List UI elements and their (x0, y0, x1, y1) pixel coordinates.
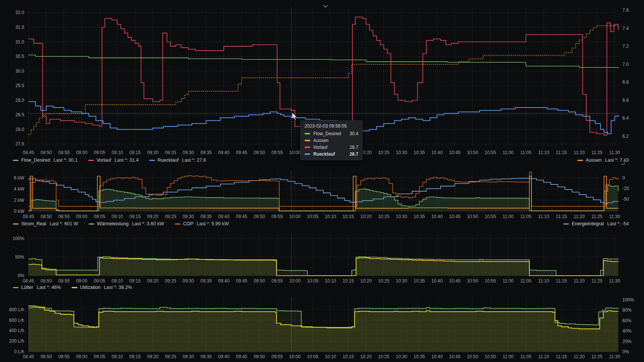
legend-series-value: Last *: 27.8 (182, 158, 206, 163)
legend-series-value: Last *: 601 W (50, 221, 78, 226)
x-axis-tick-label: 09:00 (73, 214, 90, 220)
legend-item-Ruecklauf[interactable]: RuecklaufLast *: 27.8 (149, 158, 206, 163)
x-axis-tick-label: 09:40 (216, 150, 232, 156)
tooltip-series-marker (305, 147, 310, 148)
x-axis-tick-label: 11:30 (606, 150, 623, 156)
legend-series-name: EnergieIntegral (572, 221, 604, 226)
x-axis-tick-label: 08:55 (56, 354, 72, 360)
y-axis-tick-label: 6.4 (622, 115, 644, 121)
y-axis-tick-label: 80% (622, 307, 644, 313)
x-axis-tick-label: 10:55 (482, 354, 499, 360)
x-axis-tick-label: 11:20 (571, 150, 588, 156)
legend-item-Strom_Real[interactable]: Strom_RealLast *: 601 W (13, 221, 78, 226)
series-Vorlauf-line (28, 17, 618, 135)
legend-series-name: Flow_Desired (21, 158, 50, 163)
x-axis-tick-label: 10:15 (340, 278, 356, 284)
x-axis-tick-label: 09:05 (91, 278, 108, 284)
x-axis-tick-label: 10:35 (411, 278, 428, 284)
legend-item-Utilization[interactable]: UtilizationLast *: 38.2% (72, 285, 132, 290)
tooltip-series-value: 28.7 (348, 145, 358, 150)
x-axis-tick-label: 08:50 (38, 150, 55, 156)
x-axis-tick-label: 11:10 (535, 214, 552, 220)
tooltip-series-marker (305, 153, 310, 155)
legend-item-Vorlauf[interactable]: VorlaufLast *: 31.4 (88, 158, 139, 163)
y-axis-tick-label: 100% (622, 297, 644, 303)
x-axis-tick-label: 10:15 (340, 214, 356, 220)
x-axis-tick-label: 11:10 (535, 354, 552, 360)
x-axis-tick-label: 11:05 (517, 354, 534, 360)
y-axis-tick-label: 28.0 (0, 126, 24, 133)
y-axis-tick-label: 7.2 (622, 43, 644, 49)
x-axis-tick-label: 08:45 (20, 150, 37, 156)
y-axis-tick-label: 40% (622, 328, 644, 334)
y-axis-tick-label: 27.5 (0, 141, 24, 147)
x-axis-tick-label: 09:15 (127, 354, 143, 360)
x-axis-tick-label: 09:30 (180, 278, 197, 284)
y-axis-tick-label: 30.5 (0, 53, 24, 59)
x-axis-tick-label: 09:35 (198, 278, 214, 284)
legend-item-EnergieIntegral[interactable]: EnergieIntegralLast *: -54 (563, 221, 629, 226)
y-axis-tick-label: 0 (622, 175, 644, 181)
x-axis-tick-label: 11:20 (571, 354, 588, 360)
grafana-dashboard: 2023-02-03 09:59:05 Flow_Desired30.4Auss… (0, 0, 644, 362)
x-axis-tick-label: 08:55 (56, 150, 72, 156)
x-axis-tick-label: 11:05 (517, 150, 534, 156)
tooltip-series-name: Aussen (313, 138, 344, 143)
x-axis-tick-label: 10:40 (429, 354, 445, 360)
legend-item-Flow_Desired[interactable]: Flow_DesiredLast *: 30.1 (13, 158, 78, 163)
x-axis-tick-label: 11:25 (589, 354, 605, 360)
x-axis-tick-label: 09:45 (233, 278, 250, 284)
dashboard-plots[interactable] (0, 0, 644, 362)
x-axis-tick-label: 09:35 (198, 354, 214, 360)
x-axis-tick-label: 09:00 (73, 354, 90, 360)
x-axis-tick-label: 10:00 (286, 278, 303, 284)
x-axis-tick-label: 10:05 (304, 214, 321, 220)
y-axis-tick-label: 31.0 (0, 39, 24, 45)
legend-item-Aussen[interactable]: AussenLast *: 7.43 (577, 158, 629, 163)
x-axis-tick-label: 10:35 (411, 150, 428, 156)
y-axis-tick-label: 32.0 (0, 9, 24, 16)
legend-series-value: Last *: 7.43 (605, 158, 629, 163)
y-axis-tick-label: 6 kW (0, 175, 24, 181)
x-axis-tick-label: 10:05 (304, 354, 321, 360)
x-axis-tick-label: 10:45 (447, 150, 463, 156)
x-axis-tick-label: 11:30 (606, 278, 623, 284)
y-axis-tick-label: 7.4 (622, 25, 644, 31)
x-axis-tick-label: 11:15 (553, 214, 570, 220)
x-axis-tick-label: 10:20 (358, 214, 374, 220)
x-axis-tick-label: 11:00 (500, 354, 516, 360)
x-axis-tick-label: 11:30 (606, 354, 623, 360)
x-axis-tick-label: 09:40 (216, 354, 232, 360)
x-axis-tick-label: 09:00 (73, 150, 90, 156)
x-axis-tick-label: 09:55 (269, 150, 286, 156)
x-axis-tick-label: 10:00 (286, 214, 303, 220)
x-axis-tick-label: 11:15 (553, 150, 570, 156)
y-axis-tick-label: 200 L/h (0, 338, 24, 344)
tooltip-series-name: Flow_Desired (313, 131, 344, 136)
x-axis-tick-label: 09:30 (180, 150, 197, 156)
x-axis-tick-label: 10:35 (411, 354, 428, 360)
legend-item-COP[interactable]: COPLast *: 5.99 kW (175, 221, 229, 226)
tooltip-row-Aussen: Aussen (305, 138, 358, 143)
x-axis-tick-label: 11:10 (535, 278, 552, 284)
x-axis-tick-label: 09:50 (251, 150, 268, 156)
x-axis-tick-label: 09:40 (216, 278, 232, 284)
y-axis-tick-label: 6.2 (622, 133, 644, 139)
x-axis-tick-label: 10:10 (322, 278, 339, 284)
legend-item-Wärmeleistung[interactable]: WärmeleistungLast *: 3.60 kW (89, 221, 164, 226)
legend-series-name: Lüfter (21, 285, 33, 290)
x-axis-tick-label: 10:20 (358, 354, 374, 360)
legend-series-name: Ruecklauf (158, 158, 179, 163)
legend-color-marker (13, 160, 19, 161)
legend-right: EnergieIntegralLast *: -54 (563, 221, 639, 226)
y-axis-tick-label: 100% (0, 236, 24, 242)
x-axis-tick-label: 09:20 (144, 278, 161, 284)
x-axis-tick-label: 11:00 (500, 278, 516, 284)
legend-item-Lüfter[interactable]: LüfterLast *: 46% (13, 285, 61, 290)
x-axis-tick-label: 09:20 (144, 150, 161, 156)
x-axis-tick-label: 09:10 (109, 214, 125, 220)
x-axis-tick-label: 11:05 (517, 214, 534, 220)
chevron-down-icon[interactable] (323, 5, 328, 8)
tooltip: 2023-02-03 09:59:05 Flow_Desired30.4Auss… (300, 120, 363, 160)
legend-color-marker (13, 287, 19, 288)
